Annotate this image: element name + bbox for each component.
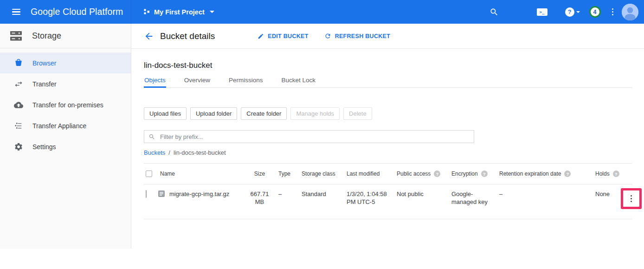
refresh-icon — [324, 33, 331, 39]
project-name: My First Project — [154, 8, 205, 16]
objects-table: Name Size Type Storage class Last modifi… — [144, 163, 632, 219]
filter-prefix-input[interactable] — [159, 133, 470, 141]
back-arrow-icon[interactable] — [144, 31, 154, 41]
gcp-console: Google Cloud Platform My First Project >… — [0, 0, 644, 269]
object-type: – — [270, 190, 302, 213]
table-row: migrate-gcp-img.tar.gz 667.71 MB – Stand… — [144, 184, 632, 219]
sidebar-header: Storage — [0, 24, 131, 48]
topbar-left: Google Cloud Platform — [0, 0, 131, 24]
object-retention: – — [499, 190, 595, 213]
tab-bucket-lock[interactable]: Bucket Lock — [281, 75, 316, 88]
sidebar-item-transfer-appliance[interactable]: Transfer Appliance — [0, 115, 131, 136]
swap-arrows-icon — [14, 79, 23, 89]
help-icon[interactable]: ? — [481, 171, 488, 177]
search-icon — [148, 133, 155, 140]
column-header-last-modified: Last modified — [347, 171, 397, 177]
object-last-modified: 1/3/20, 1:04:58 PM UTC-5 — [347, 190, 397, 213]
column-header-encryption: Encryption ? — [451, 171, 499, 177]
chevron-down-icon — [210, 11, 214, 13]
cloud-shell-icon[interactable]: >_ — [537, 8, 547, 16]
breadcrumb-current: lin-docs-test-bucket — [174, 149, 226, 156]
appliance-list-icon — [14, 121, 23, 131]
sidebar-item-label: Transfer — [32, 80, 57, 88]
hamburger-menu-icon[interactable] — [12, 7, 20, 17]
sidebar-title: Storage — [32, 31, 61, 41]
column-header-storage-class: Storage class — [302, 171, 347, 177]
overflow-menu-icon[interactable] — [612, 7, 614, 17]
tab-objects[interactable]: Objects — [144, 75, 166, 88]
delete-button: Delete — [343, 107, 372, 120]
edit-bucket-button[interactable]: EDIT BUCKET — [258, 33, 308, 39]
manage-holds-button: Manage holds — [290, 107, 340, 120]
bucket-name-title: lin-docs-test-bucket — [144, 61, 632, 70]
pencil-icon — [258, 33, 264, 39]
column-header-name: Name — [158, 171, 249, 177]
search-icon[interactable] — [489, 7, 499, 17]
column-header-type: Type — [270, 171, 302, 177]
column-header-size: Size — [249, 171, 270, 177]
notifications-badge[interactable]: 4 — [589, 6, 601, 18]
sidebar-nav: Browser Transfer Transfer for on-premise… — [0, 48, 131, 157]
sidebar-item-label: Transfer Appliance — [32, 122, 86, 130]
topbar-icons: >_ ? 4 — [489, 4, 639, 20]
table-header-row: Name Size Type Storage class Last modifi… — [144, 164, 632, 184]
object-name-link[interactable]: migrate-gcp-img.tar.gz — [169, 190, 229, 198]
sidebar-item-transfer-on-premises[interactable]: Transfer for on-premises — [0, 94, 131, 115]
tab-permissions[interactable]: Permissions — [228, 75, 264, 88]
project-switcher[interactable]: My First Project — [144, 8, 214, 16]
tab-overview[interactable]: Overview — [184, 75, 211, 88]
upload-folder-button[interactable]: Upload folder — [190, 107, 237, 120]
column-header-public-access: Public access ? — [397, 171, 451, 177]
cloud-upload-icon — [14, 100, 23, 110]
annotation-highlight-box — [621, 188, 642, 209]
upload-files-button[interactable]: Upload files — [144, 107, 187, 120]
row-overflow-menu-icon[interactable] — [631, 194, 632, 203]
main-content: Bucket details EDIT BUCKET REFRESH BUCKE… — [131, 24, 644, 249]
file-icon — [158, 190, 165, 197]
help-icon[interactable]: ? — [434, 171, 440, 177]
top-navigation-bar: Google Cloud Platform My First Project >… — [0, 0, 644, 24]
gear-icon — [14, 142, 23, 151]
help-icon: ? — [565, 7, 574, 17]
breadcrumb-buckets-link[interactable]: Buckets — [144, 149, 165, 156]
avatar[interactable] — [622, 4, 638, 20]
filter-prefix-box — [144, 130, 474, 143]
object-size: 667.71 MB — [249, 190, 270, 213]
sidebar-item-settings[interactable]: Settings — [0, 136, 131, 157]
column-header-holds: Holds ? — [595, 171, 621, 177]
object-encryption: Google-managed key — [451, 190, 499, 213]
sidebar-item-label: Transfer for on-premises — [32, 101, 103, 109]
help-icon[interactable]: ? — [564, 171, 571, 177]
page-title: Bucket details — [160, 31, 215, 41]
sidebar-item-browser[interactable]: Browser — [0, 52, 131, 73]
project-icon — [144, 9, 150, 15]
create-folder-button[interactable]: Create folder — [241, 107, 287, 120]
select-all-checkbox[interactable] — [146, 171, 152, 177]
sidebar: Storage Browser Transfer — [0, 24, 131, 249]
bucket-icon — [14, 59, 23, 68]
object-public-access: Not public — [397, 190, 451, 213]
sidebar-item-transfer[interactable]: Transfer — [0, 73, 131, 94]
page-header: Bucket details EDIT BUCKET REFRESH BUCKE… — [131, 24, 644, 49]
help-menu[interactable]: ? — [565, 7, 580, 17]
chevron-down-icon — [576, 11, 580, 13]
breadcrumb: Buckets / lin-docs-test-bucket — [144, 149, 632, 156]
refresh-bucket-button[interactable]: REFRESH BUCKET — [324, 33, 390, 39]
help-icon[interactable]: ? — [613, 171, 619, 177]
object-holds: None — [595, 190, 621, 213]
object-toolbar: Upload files Upload folder Create folder… — [144, 107, 632, 120]
sidebar-item-label: Browser — [32, 59, 56, 67]
column-header-retention: Retention expiration date ? — [499, 171, 595, 177]
row-checkbox[interactable] — [146, 190, 147, 198]
sidebar-item-label: Settings — [32, 143, 56, 151]
storage-product-icon — [10, 31, 22, 41]
gcp-logo[interactable]: Google Cloud Platform — [31, 7, 123, 17]
tab-bar: Objects Overview Permissions Bucket Lock — [144, 75, 632, 88]
object-storage-class: Standard — [302, 190, 347, 213]
